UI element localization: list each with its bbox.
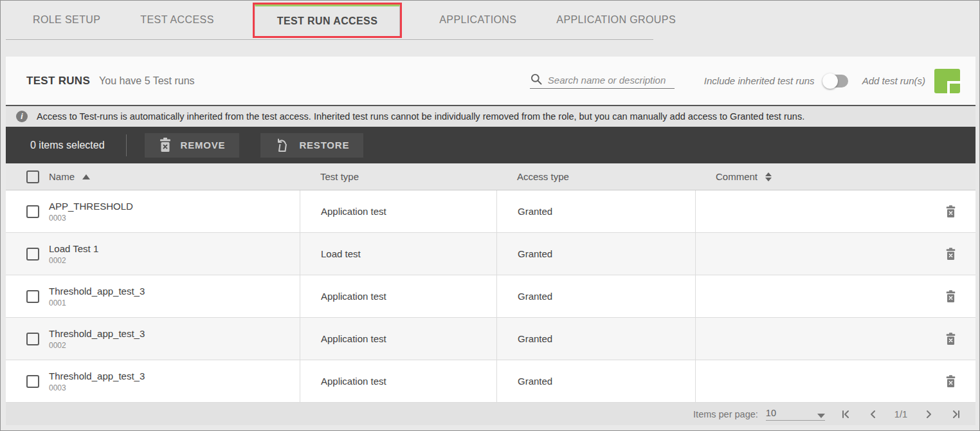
sort-icon[interactable] — [765, 172, 772, 181]
last-page-icon — [950, 408, 961, 420]
row-checkbox[interactable] — [26, 290, 39, 303]
test-run-id: 0003 — [49, 214, 133, 223]
search-input[interactable] — [548, 75, 675, 86]
items-per-page-value: 10 — [766, 408, 776, 418]
info-bar: i Access to Test-runs is automatically i… — [6, 105, 975, 127]
search-icon — [530, 73, 543, 86]
column-header-comment[interactable]: Comment — [716, 171, 758, 182]
table-row[interactable]: APP_THRESHOLD 0003 Application test Gran… — [6, 190, 975, 233]
trash-x-icon — [945, 375, 956, 388]
test-run-name: APP_THRESHOLD — [49, 201, 133, 212]
test-type-cell: Application test — [300, 275, 496, 317]
items-selected-text: 0 items selected — [30, 140, 105, 151]
test-run-id: 0003 — [49, 383, 145, 392]
toggle-knob — [822, 73, 838, 89]
delete-row-button[interactable] — [945, 290, 956, 303]
first-page-icon — [840, 408, 852, 420]
page-title: TEST RUNS — [26, 75, 90, 87]
test-run-id: 0002 — [49, 341, 145, 350]
test-type-cell: Application test — [300, 190, 496, 232]
toolbar-divider — [126, 134, 127, 156]
include-inherited-label: Include inherited test runs — [704, 75, 815, 86]
sort-ascending-icon[interactable] — [82, 174, 90, 179]
delete-row-button[interactable] — [945, 205, 956, 218]
next-page-button[interactable] — [923, 408, 934, 420]
row-checkbox[interactable] — [26, 333, 39, 345]
tab-role-setup[interactable]: ROLE SETUP — [14, 1, 120, 39]
add-test-run-label: Add test run(s) — [862, 75, 925, 86]
info-icon: i — [16, 111, 28, 122]
previous-page-button[interactable] — [867, 408, 879, 420]
table-row[interactable]: Load Test 1 0002 Load test Granted — [6, 233, 975, 275]
app-window: ROLE SETUP TEST ACCESS TEST RUN ACCESS A… — [0, 0, 980, 431]
trash-x-icon — [159, 138, 172, 152]
items-per-page-select[interactable]: 10 — [766, 408, 825, 421]
test-run-name: Threshold_app_test_3 — [49, 371, 145, 381]
chevron-left-icon — [867, 408, 879, 420]
tab-test-access[interactable]: TEST ACCESS — [121, 1, 233, 39]
test-type-cell: Load test — [300, 233, 496, 275]
tabbar-underline — [6, 39, 653, 40]
annotation-highlight-box: TEST RUN ACCESS — [253, 3, 403, 38]
tab-test-run-access[interactable]: TEST RUN ACCESS — [255, 5, 401, 36]
access-type-cell: Granted — [496, 275, 695, 317]
access-type-cell: Granted — [496, 318, 695, 360]
row-checkbox[interactable] — [26, 248, 39, 261]
row-checkbox[interactable] — [26, 375, 39, 388]
restore-button-label: RESTORE — [299, 140, 349, 151]
table-body: APP_THRESHOLD 0003 Application test Gran… — [6, 190, 975, 403]
restore-button[interactable]: RESTORE — [260, 133, 363, 158]
column-header-name[interactable]: Name — [49, 171, 75, 182]
test-run-count-text: You have 5 Test runs — [99, 75, 195, 87]
first-page-button[interactable] — [840, 408, 852, 420]
delete-row-button[interactable] — [945, 248, 956, 261]
tab-application-groups[interactable]: APPLICATION GROUPS — [537, 1, 695, 39]
table-footer: Items per page: 10 1/1 — [6, 403, 975, 425]
last-page-button[interactable] — [950, 408, 961, 420]
table-row[interactable]: Threshold_app_test_3 0002 Application te… — [6, 318, 975, 360]
row-checkbox[interactable] — [26, 205, 39, 218]
trash-x-icon — [945, 333, 956, 345]
tab-bar: ROLE SETUP TEST ACCESS TEST RUN ACCESS A… — [1, 1, 979, 39]
test-type-cell: Application test — [300, 318, 496, 360]
test-run-name: Load Test 1 — [49, 243, 98, 254]
delete-row-button[interactable] — [945, 375, 956, 388]
test-run-name: Threshold_app_test_3 — [49, 286, 145, 297]
page-indicator: 1/1 — [894, 409, 907, 419]
delete-row-button[interactable] — [945, 333, 956, 345]
column-header-access-type[interactable]: Access type — [496, 171, 695, 182]
test-type-cell: Application test — [300, 360, 496, 402]
search-field[interactable] — [530, 73, 675, 89]
table-row[interactable]: Threshold_app_test_3 0003 Application te… — [6, 360, 975, 403]
access-type-cell: Granted — [496, 233, 695, 275]
access-type-cell: Granted — [496, 360, 695, 402]
access-type-cell: Granted — [496, 190, 695, 232]
select-all-checkbox[interactable] — [26, 170, 39, 183]
column-header-test-type[interactable]: Test type — [300, 171, 496, 182]
chevron-right-icon — [923, 408, 934, 420]
tab-applications[interactable]: APPLICATIONS — [420, 1, 536, 39]
test-runs-panel: TEST RUNS You have 5 Test runs Include i… — [6, 57, 975, 425]
include-inherited-toggle[interactable] — [824, 75, 848, 87]
test-run-name: Threshold_app_test_3 — [49, 328, 145, 339]
remove-button-label: REMOVE — [181, 140, 226, 151]
table-row[interactable]: Threshold_app_test_3 0001 Application te… — [6, 275, 975, 318]
trash-x-icon — [945, 290, 956, 303]
selection-toolbar: 0 items selected REMOVE RESTORE — [6, 127, 975, 163]
restore-icon — [275, 138, 290, 153]
trash-x-icon — [945, 205, 956, 218]
table-header-row: Name Test type Access type Comment — [6, 163, 975, 190]
chevron-down-icon — [817, 414, 825, 418]
test-run-id: 0001 — [49, 298, 145, 307]
panel-header: TEST RUNS You have 5 Test runs Include i… — [6, 57, 975, 105]
trash-x-icon — [945, 248, 956, 261]
items-per-page-label: Items per page: — [693, 409, 758, 419]
remove-button[interactable]: REMOVE — [145, 133, 240, 158]
add-test-run-button[interactable] — [934, 69, 960, 93]
test-run-id: 0002 — [49, 256, 98, 265]
info-bar-text: Access to Test-runs is automatically inh… — [37, 111, 804, 122]
